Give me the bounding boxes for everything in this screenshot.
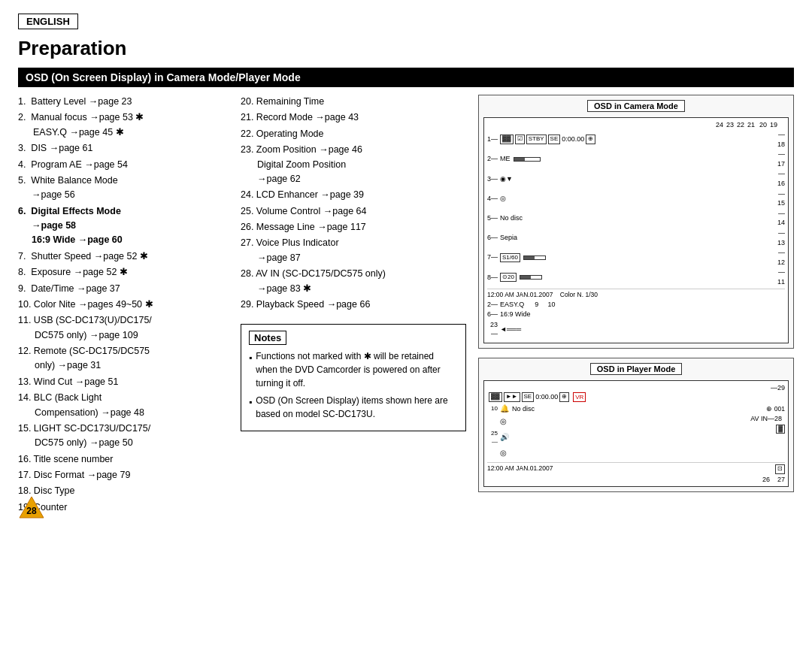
- notes-title: Notes: [249, 331, 286, 345]
- list-item: 10. Color Nite →pages 49~50 ✱: [18, 298, 229, 312]
- osd-row: ▓▓ ►► SE 0:00.00 ⊕ VR: [487, 392, 785, 402]
- list-item: 27. Voice Plus Indicator→page 87: [241, 236, 466, 265]
- list-item: 17. Disc Format →page 79: [18, 468, 229, 482]
- list-item: 14. BLC (Back LightCompensation) →page 4…: [18, 391, 229, 420]
- list-item: 15. LIGHT SC-DC173U/DC175/DC575 only) →p…: [18, 422, 229, 451]
- bullet-icon: ▪: [249, 395, 252, 409]
- list-item: 26. Message Line →page 117: [241, 220, 466, 234]
- right-column: OSD in Camera Mode 242322212019 1— ▓▓ ☑ …: [478, 95, 794, 516]
- mid-column: 20. Remaining Time 21. Record Mode →page…: [241, 95, 466, 516]
- osd-row: 3— ◉▼ —16: [487, 169, 785, 188]
- list-item: 4. Program AE →page 54: [18, 158, 229, 172]
- osd-player-title: OSD in Player Mode: [590, 363, 683, 375]
- osd-timestamp: 12:00 AM JAN.01.2007 Color N. 1/30: [487, 289, 785, 298]
- osd-row: 4— ◎ —15: [487, 189, 785, 208]
- list-item: 1. Battery Level →page 23: [18, 95, 229, 109]
- list-item: 25. Volume Control →page 64: [241, 204, 466, 219]
- left-column: 1. Battery Level →page 23 2. Manual focu…: [18, 95, 229, 516]
- notes-box: Notes ▪ Functions not marked with ✱ will…: [241, 324, 466, 431]
- osd-camera-title: OSD in Camera Mode: [587, 100, 685, 112]
- osd-camera-inner: 242322212019 1— ▓▓ ☑ STBY SE 0:00.00 ⊕: [483, 117, 789, 343]
- list-item: 16. Title scene number: [18, 452, 229, 467]
- list-item: 9. Date/Time →page 37: [18, 282, 229, 296]
- osd-player-inner: —29 ▓▓ ►► SE 0:00.00 ⊕ VR: [483, 380, 789, 487]
- list-item: 6. Digital Effects Mode→page 5816:9 Wide…: [18, 204, 229, 248]
- list-item: 28. AV IN (SC-DC175/DC575 only)→page 83 …: [241, 267, 466, 296]
- osd-player-timestamp: 12:00 AM JAN.01.2007 ⊡: [487, 462, 785, 473]
- section-header: OSD (On Screen Display) in Camera Mode/P…: [18, 68, 794, 87]
- osd-row: 7— S1/60 —12: [487, 248, 785, 267]
- list-item: 5. White Balance Mode→page 56: [18, 174, 229, 203]
- page-title: Preparation: [18, 37, 794, 60]
- lang-badge: ENGLISH: [18, 14, 78, 29]
- osd-camera-diagram: OSD in Camera Mode 242322212019 1— ▓▓ ☑ …: [478, 95, 794, 349]
- list-item: 18. Disc Type: [18, 484, 229, 498]
- osd-bottom-numbers: 26 27: [487, 476, 785, 483]
- list-item: 22. Operating Mode: [241, 127, 466, 141]
- osd-row: 10🔔 ◎ 25—🔊 ◎ No disc ⊕ 001 AV IN—28: [487, 404, 785, 459]
- list-item: 12. Remote (SC-DC175/DC575only) →page 31: [18, 344, 229, 373]
- osd-row: 1— ▓▓ ☑ STBY SE 0:00.00 ⊕ —18: [487, 130, 785, 149]
- list-item: 7. Shutter Speed →page 52 ✱: [18, 249, 229, 264]
- list-item: 23. Zoom Position →page 46Digital Zoom P…: [241, 143, 466, 186]
- list-item: 20. Remaining Time: [241, 95, 466, 109]
- osd-row: 2— ME —17: [487, 150, 785, 168]
- list-item: 21. Record Mode →page 43: [241, 110, 466, 125]
- note-item: ▪ Functions not marked with ✱ will be re…: [249, 349, 458, 390]
- osd-player-diagram: OSD in Player Mode —29 ▓▓ ►► SE 0: [478, 358, 794, 492]
- list-item: 19. Counter: [18, 500, 229, 515]
- osd-numbers-top: 242322212019: [487, 121, 785, 128]
- list-item: 29. Playback Speed →page 66: [241, 298, 466, 312]
- osd-row: 6— 16:9 Wide: [487, 310, 785, 319]
- list-item: 11. USB (SC-DC173(U)/DC175/DC575 only) →…: [18, 313, 229, 343]
- note-text: Functions not marked with ✱ will be reta…: [256, 349, 458, 390]
- bullet-icon: ▪: [249, 351, 252, 364]
- svg-text:28: 28: [26, 506, 37, 516]
- list-item: 24. LCD Enhancer →page 39: [241, 188, 466, 202]
- note-text: OSD (On Screen Display) items shown here…: [256, 394, 458, 421]
- list-item: 3. DIS →page 61: [18, 141, 229, 156]
- note-item: ▪ OSD (On Screen Display) items shown he…: [249, 394, 458, 421]
- page-badge: 28: [18, 495, 45, 519]
- osd-row: 8— ⊙20 —11: [487, 268, 785, 286]
- osd-row: 23— ◄═══: [487, 320, 785, 339]
- list-item: 2. Manual focus →page 53 ✱EASY.Q →page 4…: [18, 110, 229, 140]
- page-badge-container: 28: [18, 495, 45, 519]
- osd-row: 5— No disc —14: [487, 209, 785, 228]
- list-item: 13. Wind Cut →page 51: [18, 375, 229, 389]
- osd-row: 2— EASY.Q910: [487, 300, 785, 310]
- osd-row: 6— Sepia —13: [487, 228, 785, 247]
- list-item: 8. Exposure →page 52 ✱: [18, 265, 229, 280]
